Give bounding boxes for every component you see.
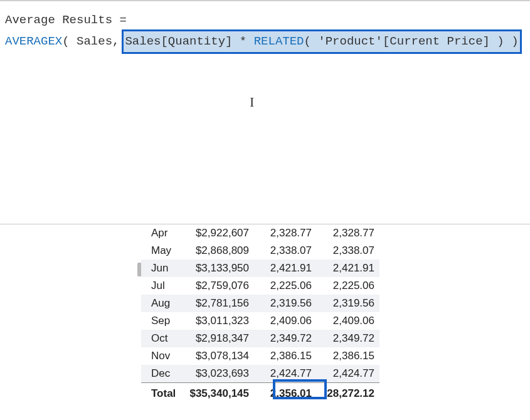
text-cursor-icon: I [250,94,254,110]
cell-month[interactable]: Nov [141,347,182,365]
table-row[interactable]: Dec$3,023,6932,424.772,424.77 [141,365,379,383]
cell-value-1[interactable]: 2,421.91 [254,260,317,277]
cell-month[interactable]: Aug [141,295,182,312]
table-row[interactable]: Sep$3,011,3232,409.062,409.06 [141,312,379,330]
formula-args-open: ( Sales, [62,32,119,51]
cell-amount[interactable]: $3,023,693 [182,365,254,383]
results-table: Apr$2,922,6072,328.772,328.77May$2,868,8… [141,224,405,402]
formula-function-averagex: AVERAGEX [5,32,62,51]
cell-amount[interactable]: $2,759,076 [182,277,254,295]
cell-amount[interactable]: $3,078,134 [182,347,254,365]
table-row[interactable]: Aug$2,781,1562,319.562,319.56 [141,295,379,312]
cell-value-1[interactable]: 2,319.56 [254,295,317,312]
formula-editor[interactable]: Average Results = AVERAGEX ( Sales, Sale… [0,0,530,63]
cell-amount[interactable]: $3,133,950 [182,260,254,277]
cell-month[interactable]: Jul [141,277,182,295]
cell-month[interactable]: Sep [141,312,182,330]
cell-value-2[interactable]: 2,424.77 [317,365,379,383]
cell-amount[interactable]: $2,868,809 [182,242,254,260]
formula-expr-part1: Sales[Quantity] * [125,34,253,48]
formula-measure-name: Average Results = [5,13,127,27]
cell-value-1[interactable]: 2,349.72 [254,330,317,347]
formula-line-2: AVERAGEX ( Sales, Sales[Quantity] * RELA… [5,29,525,53]
cell-value-2[interactable]: 2,328.77 [317,224,379,242]
table-total-row[interactable]: Total$35,340,1452,356.0128,272.12 [141,383,379,403]
cell-month[interactable]: Dec [141,365,182,383]
data-table: Apr$2,922,6072,328.772,328.77May$2,868,8… [141,224,379,402]
cell-value-1[interactable]: 2,225.06 [254,277,317,295]
cell-amount[interactable]: $2,781,156 [182,295,254,312]
cell-value-2[interactable]: 2,421.91 [317,260,379,277]
table-row[interactable]: Oct$2,918,3472,349.722,349.72 [141,330,379,347]
cell-value-1[interactable]: 2,409.06 [254,312,317,330]
formula-selection-highlight: Sales[Quantity] * RELATED( 'Product'[Cur… [122,29,521,53]
cell-amount[interactable]: $2,922,607 [182,224,254,242]
table-row[interactable]: May$2,868,8092,338.072,338.07 [141,242,379,260]
cell-value-1[interactable]: 2,386.15 [254,347,317,365]
table-row[interactable]: Jun$3,133,9502,421.912,421.91 [141,260,379,277]
cell-total-value-2[interactable]: 28,272.12 [317,383,379,403]
cell-value-2[interactable]: 2,338.07 [317,242,379,260]
table-row[interactable]: Nov$3,078,1342,386.152,386.15 [141,347,379,365]
cell-value-2[interactable]: 2,409.06 [317,312,379,330]
cell-month[interactable]: Apr [141,224,182,242]
table-row[interactable]: Jul$2,759,0762,225.062,225.06 [141,277,379,295]
cell-value-1[interactable]: 2,338.07 [254,242,317,260]
table-row[interactable]: Apr$2,922,6072,328.772,328.77 [141,224,379,242]
cell-value-2[interactable]: 2,319.56 [317,295,379,312]
cell-value-2[interactable]: 2,349.72 [317,330,379,347]
cell-month[interactable]: Oct [141,330,182,347]
cell-total-label[interactable]: Total [141,383,182,403]
cell-value-2[interactable]: 2,225.06 [317,277,379,295]
cell-amount[interactable]: $2,918,347 [182,330,254,347]
cell-value-1[interactable]: 2,328.77 [254,224,317,242]
cell-total-value-1[interactable]: 2,356.01 [254,383,317,403]
cell-value-2[interactable]: 2,386.15 [317,347,379,365]
cell-month[interactable]: May [141,242,182,260]
formula-function-related: RELATED [254,34,304,48]
cell-month[interactable]: Jun [141,260,182,277]
cell-value-1[interactable]: 2,424.77 [254,365,317,383]
cell-total-amount[interactable]: $35,340,145 [182,383,254,403]
formula-expr-part2: ( 'Product'[Current Price] ) ) [304,34,519,48]
cell-amount[interactable]: $3,011,323 [182,312,254,330]
formula-line-1: Average Results = [5,11,525,29]
